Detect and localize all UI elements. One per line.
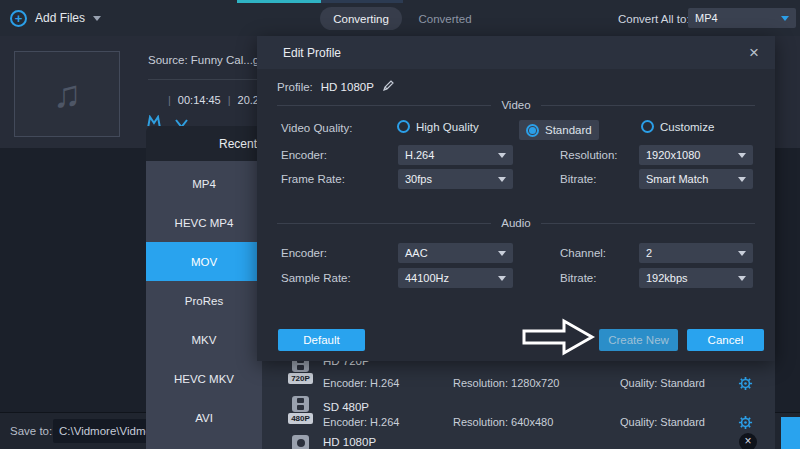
chevron-down-icon bbox=[781, 16, 789, 21]
video-bitrate-label: Bitrate: bbox=[560, 173, 596, 185]
chevron-down-icon bbox=[738, 251, 746, 256]
format-item-prores[interactable]: ProRes bbox=[146, 281, 262, 320]
recent-label: Recent bbox=[219, 137, 257, 151]
cancel-button[interactable]: Cancel bbox=[687, 329, 764, 351]
cut-tool-icon[interactable] bbox=[175, 116, 188, 126]
format-item-hevc-mp4[interactable]: HEVC MP4 bbox=[146, 203, 262, 242]
collapse-panel-button[interactable]: × bbox=[739, 433, 757, 449]
video-encoder-label: Encoder: bbox=[281, 149, 327, 161]
file-meta: | 00:14:45 | 20.27 bbox=[168, 94, 265, 106]
chevron-down-icon bbox=[498, 153, 506, 158]
gear-icon[interactable] bbox=[738, 415, 753, 434]
radio-customize[interactable]: Customize bbox=[641, 120, 714, 133]
tab-converting[interactable]: Converting bbox=[320, 7, 402, 30]
sample-rate-dropdown[interactable]: 44100Hz bbox=[398, 268, 513, 288]
video-bitrate-dropdown[interactable]: Smart Match bbox=[639, 169, 753, 189]
profile-name-row: Profile: HD 1080P bbox=[277, 78, 395, 96]
profile-title: SD 480P bbox=[323, 401, 369, 413]
profile-label: Profile: bbox=[277, 81, 313, 93]
create-new-button[interactable]: Create New bbox=[599, 329, 678, 351]
separator: | bbox=[168, 94, 171, 106]
profile-resolution: Resolution: 1280x720 bbox=[453, 377, 559, 389]
channel-dropdown[interactable]: 2 bbox=[639, 243, 753, 263]
profile-value: HD 1080P bbox=[321, 81, 374, 93]
profile-quality: Quality: Standard bbox=[620, 377, 705, 389]
add-files-button[interactable]: + Add Files bbox=[10, 9, 101, 27]
close-icon[interactable]: × bbox=[745, 44, 763, 62]
convert-all-button-partial[interactable] bbox=[781, 417, 800, 449]
audio-bitrate-dropdown[interactable]: 192kbps bbox=[639, 268, 753, 288]
channel-label: Channel: bbox=[560, 247, 606, 259]
resolution-label: Resolution: bbox=[560, 149, 618, 161]
format-item-hevc-mkv[interactable]: HEVC MKV bbox=[146, 359, 262, 398]
sample-rate-label: Sample Rate: bbox=[281, 272, 351, 284]
chevron-down-icon bbox=[738, 177, 746, 182]
chevron-down-icon bbox=[498, 276, 506, 281]
video-encoder-dropdown[interactable]: H.264 bbox=[398, 145, 513, 165]
audio-section-title: Audio bbox=[501, 217, 530, 229]
format-item-avi[interactable]: AVI bbox=[146, 398, 262, 437]
default-button[interactable]: Default bbox=[278, 329, 365, 351]
separator: | bbox=[228, 94, 231, 106]
app-window: + Add Files Converting Converted Convert… bbox=[0, 0, 800, 449]
video-section-divider: Video bbox=[277, 98, 755, 112]
format-item-mp4[interactable]: MP4 bbox=[146, 164, 262, 203]
edit-pencil-icon[interactable] bbox=[382, 78, 395, 96]
radio-icon bbox=[397, 120, 410, 133]
file-thumbnail: ♫ bbox=[14, 51, 120, 137]
profile-resolution: Resolution: 640x480 bbox=[453, 416, 553, 428]
resolution-dropdown[interactable]: 1920x1080 bbox=[639, 145, 753, 165]
chevron-down-icon bbox=[498, 177, 506, 182]
profile-480p-icon: 480P bbox=[288, 396, 313, 424]
video-section-title: Video bbox=[501, 99, 530, 111]
frame-rate-dropdown[interactable]: 30fps bbox=[398, 169, 513, 189]
radio-icon bbox=[641, 120, 654, 133]
chevron-down-icon bbox=[93, 16, 101, 21]
music-note-icon: ♫ bbox=[53, 73, 82, 116]
tab-converted[interactable]: Converted bbox=[412, 7, 478, 30]
divider bbox=[148, 79, 268, 80]
frame-rate-label: Frame Rate: bbox=[281, 173, 345, 185]
audio-encoder-dropdown[interactable]: AAC bbox=[398, 243, 513, 263]
chevron-down-icon bbox=[738, 153, 746, 158]
top-progress-indicator bbox=[237, 0, 321, 3]
profile-1080p-icon bbox=[288, 435, 313, 449]
edit-profile-dialog: Edit Profile × Profile: HD 1080P Video V… bbox=[257, 36, 775, 361]
convert-all-value: MP4 bbox=[695, 12, 718, 24]
add-plus-icon: + bbox=[10, 10, 27, 27]
profile-title: HD 1080P bbox=[323, 436, 376, 448]
dialog-title: Edit Profile bbox=[283, 36, 341, 69]
audio-section-divider: Audio bbox=[277, 216, 755, 230]
format-item-mov[interactable]: MOV bbox=[146, 242, 262, 281]
format-item-mkv[interactable]: MKV bbox=[146, 320, 262, 359]
save-to-label: Save to: bbox=[10, 419, 52, 443]
audio-encoder-label: Encoder: bbox=[281, 247, 327, 259]
add-files-label: Add Files bbox=[35, 11, 85, 25]
radio-high-quality[interactable]: High Quality bbox=[397, 120, 479, 133]
radio-standard[interactable]: Standard bbox=[519, 120, 599, 140]
gear-icon[interactable] bbox=[738, 376, 753, 395]
profile-encoder: Encoder: H.264 bbox=[323, 416, 399, 428]
top-progress-track bbox=[321, 0, 403, 3]
profile-encoder: Encoder: H.264 bbox=[323, 377, 399, 389]
audio-bitrate-label: Bitrate: bbox=[560, 272, 596, 284]
convert-all-dropdown[interactable]: MP4 bbox=[688, 8, 796, 28]
edit-tool-icon[interactable] bbox=[147, 115, 161, 126]
radio-icon bbox=[526, 124, 539, 137]
chevron-down-icon bbox=[738, 276, 746, 281]
file-duration: 00:14:45 bbox=[178, 94, 221, 106]
profile-quality: Quality: Standard bbox=[620, 416, 705, 428]
convert-all-label: Convert All to: bbox=[618, 7, 690, 30]
annotation-arrow-icon bbox=[521, 317, 597, 361]
chevron-down-icon bbox=[498, 251, 506, 256]
format-panel-header: Recent bbox=[146, 126, 257, 161]
video-quality-label: Video Quality: bbox=[281, 122, 352, 134]
